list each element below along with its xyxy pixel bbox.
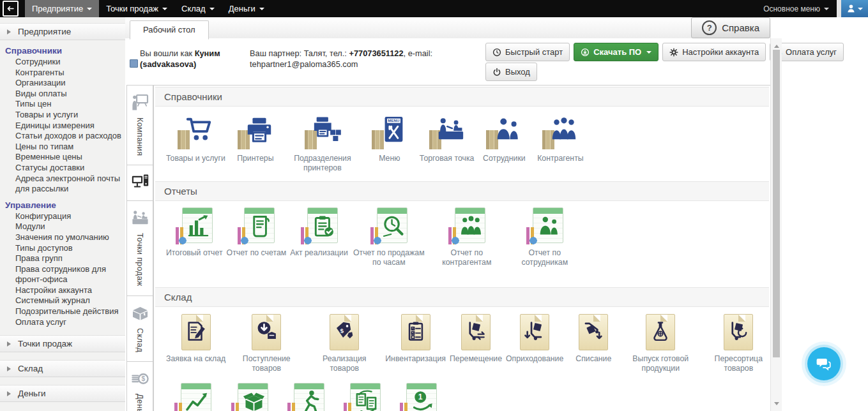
sidebar-section-collapsed[interactable]: Точки продаж	[0, 335, 125, 352]
module-tab-label: Склад	[135, 328, 144, 352]
tab-desktop[interactable]: Рабочий стол	[130, 20, 209, 40]
shortcut-art	[541, 113, 579, 150]
sidebar-link[interactable]: Статьи доходов и расходов	[0, 131, 125, 142]
shortcut-tile[interactable]: Заявка на склад	[164, 313, 227, 364]
sidebar-link[interactable]: Модули	[0, 221, 125, 232]
sidebar-link[interactable]: Организации	[0, 78, 125, 89]
shortcut-tile[interactable]: Торговая точка	[418, 113, 476, 163]
module-tab[interactable]: Деньги	[126, 361, 153, 411]
sidebar-link[interactable]: Цены по типам	[0, 142, 125, 153]
shortcut-tile[interactable]: Отчет по контрагентам	[428, 207, 506, 267]
sidebar-section-enterprise[interactable]: Предприятие	[0, 23, 125, 40]
sidebar-link[interactable]: Права сотрудников для фронт-офиса	[0, 264, 125, 285]
shortcut-art	[303, 113, 342, 150]
module-tab[interactable]: Компания	[126, 85, 153, 165]
tab-bar	[125, 17, 771, 39]
shortcut-tile[interactable]: Отчет по сотрудникам	[506, 207, 584, 267]
sidebar-section-collapsed[interactable]: Склад	[0, 360, 125, 377]
printer-icon	[245, 115, 274, 144]
chat-widget-button[interactable]	[807, 347, 841, 380]
user-menu-button[interactable]	[841, 0, 868, 17]
shortcut-tile[interactable]: Подразделения принтеров	[284, 113, 362, 172]
top-menu-enterprise[interactable]: Предприятие	[25, 0, 99, 17]
shortcut-tile[interactable]: Списание	[565, 313, 621, 364]
shortcut-tile[interactable]: Товары и услуги	[164, 113, 227, 163]
sidebar-link[interactable]: Товары и услуги	[0, 110, 125, 121]
top-menu-money[interactable]: Деньги	[222, 0, 271, 17]
sidebar-link[interactable]: Настройки аккаунта	[0, 285, 125, 296]
sidebar-link[interactable]: Типы цен	[0, 99, 125, 110]
sidebar-link[interactable]: Виды оплаты	[0, 89, 125, 100]
bills-report-icon	[248, 214, 273, 239]
shortcut-tile[interactable]: Реализация товаров	[305, 313, 383, 373]
top-menu-pos[interactable]: Точки продаж	[99, 0, 174, 17]
sidebar-link[interactable]: Адреса электронной почты для рассылки	[0, 174, 125, 195]
sidebar-link[interactable]: Сотрудники	[0, 57, 125, 68]
sales-act-icon	[311, 214, 336, 239]
module-tab[interactable]	[126, 165, 153, 201]
shortcut-tile[interactable]: Выпуск готовой продукции	[621, 313, 699, 373]
module-tab[interactable]: Склад	[126, 295, 153, 362]
quick-start-button[interactable]: Быстрый старт	[485, 43, 570, 61]
top-menu-bar: Предприятие Точки продаж Склад Деньги Ос…	[0, 0, 868, 17]
vertical-scrollbar[interactable]	[770, 38, 782, 411]
sidebar-link[interactable]: Значения по умолчанию	[0, 232, 125, 243]
account-settings-button[interactable]: Настройки аккаунта	[662, 43, 766, 61]
shortcut-tile[interactable]: Сотрудники	[476, 113, 532, 163]
sidebar-link[interactable]: Статусы доставки	[0, 163, 125, 174]
chevron-right-icon	[7, 29, 13, 34]
help-button[interactable]: ? Справка	[691, 17, 770, 38]
shortcut-tile[interactable]: Отчет	[334, 383, 390, 411]
desktop-workarea: Компания Точки продаж Склад	[126, 85, 771, 411]
sidebar-link[interactable]: Конфигурация	[0, 211, 125, 222]
sidebar-link[interactable]: Контрагенты	[0, 68, 125, 78]
shortcut-tile[interactable]: Оприходование	[504, 313, 565, 364]
question-icon: ?	[702, 20, 717, 35]
download-software-button[interactable]: Скачать ПО	[574, 43, 659, 61]
sidebar-link[interactable]: Единицы измерения	[0, 121, 125, 131]
sidebar-link[interactable]: Оплата услуг	[0, 317, 125, 328]
shortcut-tile[interactable]: Итоговый отчет	[164, 207, 225, 258]
sidebar-link[interactable]: Права групп	[0, 253, 125, 264]
main-menu-dropdown[interactable]: Основное меню	[756, 4, 837, 13]
shortcut-tile[interactable]: Материальная	[164, 383, 222, 411]
shortcut-tile[interactable]: Отчет по продажам по часам	[350, 207, 428, 267]
pay-services-label: Оплата услуг	[786, 47, 837, 57]
shortcut-label: Отчет по сотрудникам	[508, 248, 582, 267]
sidebar-link[interactable]: Подозрительные действия	[0, 306, 125, 317]
shortcut-tile[interactable]: Отчет по счетам	[225, 207, 289, 258]
logout-label: Выход	[505, 67, 530, 77]
shortcut-label: Пересортица товаров	[701, 354, 775, 373]
scroll-down-arrow[interactable]	[771, 400, 782, 410]
partner-prefix: Ваш партнер: Талят, тел.:	[250, 49, 349, 58]
menu-board-icon	[379, 115, 408, 144]
shortcut-tile[interactable]: Меню	[362, 113, 418, 163]
shortcut-tile[interactable]: Пересортица товаров	[699, 313, 777, 373]
shortcut-tile[interactable]: Поступление товаров	[227, 313, 305, 373]
login-info: Вы вошли как Куним (sadvakasova)	[140, 48, 247, 70]
shortcut-tile[interactable]: Перемещение	[448, 313, 504, 364]
shortcut-tile[interactable]: Принтеры	[227, 113, 284, 163]
main-menu-label: Основное меню	[763, 4, 820, 13]
scroll-up-arrow[interactable]	[771, 40, 782, 50]
scrollbar-thumb[interactable]	[773, 50, 780, 357]
back-button[interactable]	[3, 1, 19, 17]
shortcut-tile[interactable]: Акт реализации	[288, 207, 350, 258]
module-tab-strip: Компания Точки продаж Склад	[126, 85, 153, 411]
shortcut-tile[interactable]: Движения	[278, 383, 334, 411]
shortcut-tile[interactable]: Анализ	[390, 383, 446, 411]
shortcut-tile[interactable]: Остатки	[222, 383, 278, 411]
shortcut-art	[641, 313, 680, 350]
shortcut-tile[interactable]: Контрагенты	[532, 113, 588, 163]
shortcut-art	[176, 113, 215, 150]
sidebar-link[interactable]: Системный журнал	[0, 295, 125, 306]
sidebar-link[interactable]: Типы доступов	[0, 243, 125, 254]
sidebar-link[interactable]: Временные цены	[0, 152, 125, 163]
shortcut-tile[interactable]: Инвентаризация	[383, 313, 448, 364]
top-menu-warehouse[interactable]: Склад	[174, 0, 222, 17]
logout-button[interactable]: Выход	[485, 63, 537, 81]
sidebar-section-collapsed[interactable]: Деньги	[0, 385, 125, 402]
partner-email[interactable]: tehpartner1@paloma365.com	[250, 59, 358, 69]
movements-icon	[298, 389, 323, 411]
module-tab[interactable]: Точки продаж	[126, 200, 153, 296]
